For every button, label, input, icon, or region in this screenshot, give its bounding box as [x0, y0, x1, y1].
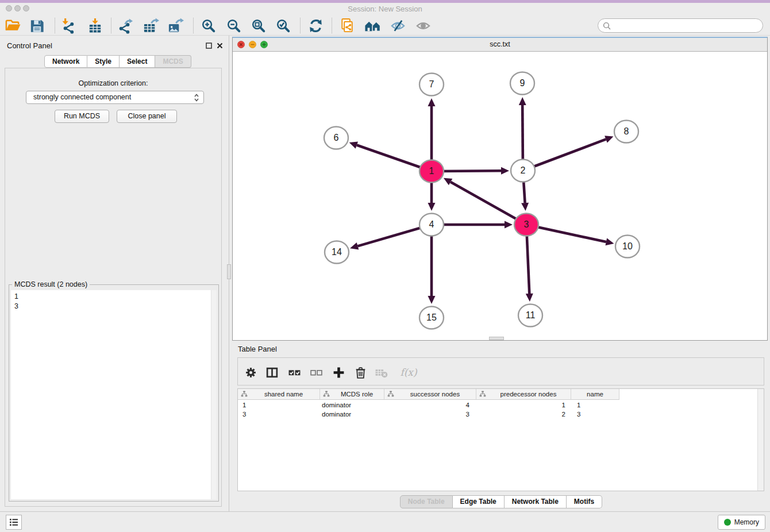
- column-header-predecessor-nodes[interactable]: predecessor nodes: [476, 389, 571, 400]
- import-table-icon[interactable]: [85, 17, 105, 34]
- attribute-tree-icon: [320, 391, 330, 398]
- toolbar-separator: [55, 18, 55, 33]
- toolbar-separator: [332, 18, 332, 33]
- edge-2-9-arrowhead: [519, 97, 526, 105]
- zoom-out-icon[interactable]: [224, 17, 243, 34]
- memory-status-dot: [724, 519, 731, 526]
- tab-style[interactable]: Style: [87, 55, 120, 68]
- mcds-result-scrollbar[interactable]: [211, 290, 217, 499]
- edge-1-6-arrowhead: [349, 141, 358, 148]
- graph-node-1[interactable]: 1: [419, 160, 444, 183]
- graph-node-3[interactable]: 3: [514, 214, 538, 236]
- edge-2-8[interactable]: [523, 139, 606, 171]
- close-panel-button[interactable]: Close panel: [117, 110, 177, 123]
- edge-3-1[interactable]: [451, 182, 526, 225]
- import-network-icon[interactable]: [58, 17, 78, 34]
- graph-node-15[interactable]: 15: [419, 307, 444, 329]
- graph-node-11[interactable]: 11: [518, 304, 542, 327]
- mcds-result-title: MCDS result (2 nodes): [12, 280, 90, 288]
- table-panel: Table Panel f(x) shared nameMCDS rolesuc…: [232, 341, 770, 511]
- first-neighbors-icon[interactable]: [363, 17, 382, 34]
- memory-button[interactable]: Memory: [718, 515, 765, 530]
- select-all-icon[interactable]: [287, 365, 302, 379]
- column-header-name[interactable]: name: [571, 389, 619, 400]
- edge-1-4-arrowhead: [428, 203, 436, 211]
- tab-mcds[interactable]: MCDS: [155, 55, 191, 68]
- svg-text:8: 8: [624, 126, 629, 136]
- table-cell: 3: [571, 411, 619, 418]
- show-hidden-icon[interactable]: [413, 17, 433, 34]
- table-row[interactable]: 1dominator411: [238, 400, 757, 410]
- add-row-icon[interactable]: [331, 365, 346, 379]
- table-cell: 2: [476, 411, 571, 418]
- function-builder-icon[interactable]: f(x): [397, 365, 420, 379]
- refresh-view-icon[interactable]: [306, 17, 325, 34]
- delete-table-icon[interactable]: [374, 365, 388, 379]
- graph-node-9[interactable]: 9: [510, 72, 534, 95]
- network-window-title: scc.txt: [233, 40, 767, 48]
- column-layout-icon[interactable]: [264, 365, 279, 379]
- attribute-tree-icon: [476, 391, 486, 398]
- column-header-successor-nodes[interactable]: successor nodes: [384, 389, 476, 400]
- hide-selected-icon[interactable]: [388, 17, 407, 34]
- run-mcds-button[interactable]: Run MCDS: [55, 110, 109, 123]
- graph-node-14[interactable]: 14: [325, 241, 349, 264]
- graph-node-2[interactable]: 2: [511, 160, 535, 182]
- edge-4-14-arrowhead: [350, 242, 359, 250]
- table-settings-icon[interactable]: [243, 365, 258, 379]
- column-header-mcds-role[interactable]: MCDS role: [320, 389, 384, 400]
- tab-network-table[interactable]: Network Table: [505, 495, 567, 508]
- export-table-icon[interactable]: [141, 17, 160, 34]
- main-toolbar: [0, 16, 770, 36]
- mcds-result-group: MCDS result (2 nodes) 13: [9, 284, 219, 502]
- vertical-splitter-handle[interactable]: [227, 264, 231, 279]
- save-session-icon[interactable]: [27, 17, 47, 34]
- graph-node-6[interactable]: 6: [324, 127, 348, 149]
- toolbar-separator: [300, 18, 301, 33]
- table-cell: 1: [238, 402, 320, 408]
- zoom-fit-icon[interactable]: [248, 17, 268, 34]
- zoom-in-icon[interactable]: [198, 17, 218, 34]
- graph-node-10[interactable]: 10: [615, 236, 640, 258]
- graph-node-8[interactable]: 8: [614, 121, 638, 143]
- network-window-titlebar[interactable]: scc.txt: [233, 38, 767, 52]
- application-window: Session: New Session Control Panel Netwo…: [0, 0, 770, 532]
- open-file-icon[interactable]: [3, 17, 22, 34]
- export-network-icon[interactable]: [116, 17, 135, 34]
- export-image-icon[interactable]: [165, 17, 185, 34]
- zoom-selected-icon[interactable]: [273, 17, 292, 34]
- tab-select[interactable]: Select: [120, 55, 155, 68]
- control-panel-float-icon[interactable]: [206, 43, 212, 51]
- titlebar-accent-strip: [0, 0, 770, 3]
- graph-node-4[interactable]: 4: [419, 214, 444, 236]
- network-canvas[interactable]: 7968124314101511: [233, 52, 767, 340]
- node-table-rows: 1dominator4113dominator323: [238, 400, 757, 419]
- clone-network-icon[interactable]: [337, 17, 357, 34]
- table-panel-title: Table Panel: [238, 345, 277, 353]
- unselect-all-icon[interactable]: [309, 365, 324, 379]
- table-cell: 1: [571, 402, 619, 408]
- delete-row-icon[interactable]: [353, 365, 368, 379]
- tab-edge-table[interactable]: Edge Table: [453, 495, 505, 508]
- toolbar-separator: [193, 18, 194, 33]
- horizontal-splitter-handle[interactable]: [489, 337, 504, 340]
- edge-1-7-arrowhead: [428, 98, 436, 106]
- table-cell: dominator: [320, 402, 384, 408]
- criterion-dropdown[interactable]: strongly connected component: [26, 91, 204, 104]
- svg-text:7: 7: [429, 79, 434, 89]
- search-input[interactable]: [613, 20, 760, 33]
- os-titlebar: Session: New Session: [0, 0, 770, 16]
- graph-node-7[interactable]: 7: [419, 74, 444, 96]
- control-panel-close-icon[interactable]: [217, 43, 223, 51]
- table-row[interactable]: 3dominator323: [238, 410, 757, 419]
- column-header-shared-name[interactable]: shared name: [238, 389, 320, 400]
- tab-motifs[interactable]: Motifs: [567, 495, 602, 508]
- node-table-scrollbar[interactable]: [757, 389, 764, 491]
- tab-network[interactable]: Network: [44, 55, 87, 68]
- mcds-result-textarea[interactable]: 13: [11, 290, 217, 499]
- task-history-button[interactable]: [6, 515, 22, 530]
- tab-node-table[interactable]: Node Table: [400, 495, 453, 508]
- search-icon: [603, 22, 611, 30]
- search-box[interactable]: [598, 18, 763, 33]
- status-bar: Memory: [0, 511, 770, 532]
